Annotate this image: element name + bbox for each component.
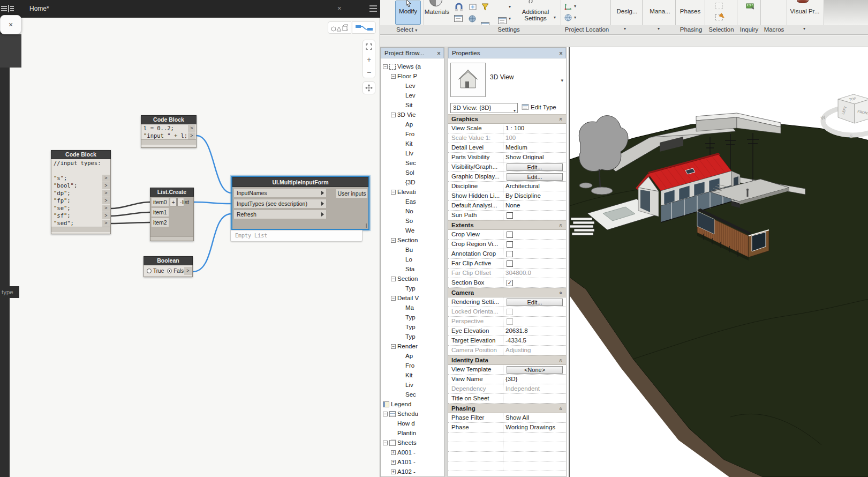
property-row[interactable]: Section Box✓	[448, 278, 566, 288]
node-resize-strip[interactable]	[141, 139, 196, 145]
edit-selection-icon[interactable]	[715, 14, 723, 20]
code-block-body[interactable]: l = 0..2;>"input " + l;>	[141, 124, 197, 148]
output-port[interactable]: >	[102, 205, 110, 212]
tree-item[interactable]: {3D	[381, 177, 444, 187]
property-value[interactable]: Edit...	[503, 172, 566, 181]
radio-true-label[interactable]: True	[153, 268, 164, 274]
tree-item[interactable]: Plantin	[381, 428, 444, 438]
phases-button[interactable]: Phases	[676, 8, 704, 14]
property-row[interactable]: Camera PositionAdjusting	[448, 346, 566, 355]
tree-expand-toggle[interactable]: −	[383, 412, 388, 416]
port-bool-output[interactable]: >	[184, 267, 192, 275]
additional-settings-dropdown-icon[interactable]: ▾	[554, 15, 556, 20]
output-port[interactable]: >	[188, 125, 195, 132]
node-title[interactable]: Boolean	[144, 256, 193, 265]
tree-expand-toggle[interactable]: −	[391, 190, 396, 195]
code-line[interactable]: "dp";	[51, 189, 110, 197]
position-globe-icon[interactable]	[564, 13, 573, 22]
select-group-dropdown[interactable]: Select ▾	[396, 26, 417, 33]
manage-project-button[interactable]: Mana...	[645, 8, 675, 14]
tree-item[interactable]: −Sheets	[381, 438, 444, 448]
property-edit-button[interactable]: Edit...	[507, 163, 563, 171]
project-parameters-icon[interactable]	[454, 15, 463, 22]
property-row[interactable]: Annotation Crop	[448, 249, 566, 259]
tree-item[interactable]: Kit	[381, 139, 444, 148]
property-row[interactable]: Eye Elevation20631.8	[448, 326, 566, 336]
tree-expand-toggle[interactable]: −	[391, 296, 396, 301]
property-section-header[interactable]: Graphics«	[448, 114, 566, 124]
tree-item[interactable]: Lev	[381, 91, 444, 100]
tree-item[interactable]: Ap	[381, 120, 444, 129]
property-row[interactable]: Locked Orienta...	[448, 307, 566, 317]
tree-item[interactable]: Bu	[381, 245, 444, 255]
magnet-icon[interactable]	[454, 3, 464, 12]
property-checkbox[interactable]: ✓	[507, 280, 513, 286]
property-row[interactable]: View Name{3D}	[448, 375, 566, 384]
graph-view-toggle[interactable]	[352, 21, 376, 34]
tree-item[interactable]: Kit	[381, 370, 444, 380]
property-edit-button[interactable]: Edit...	[507, 173, 563, 181]
property-row[interactable]: Scale Value 1:100	[448, 133, 566, 143]
property-row[interactable]: DependencyIndependent	[448, 384, 566, 394]
property-value[interactable]	[503, 394, 566, 403]
tree-item[interactable]: Sec	[381, 390, 444, 399]
port-refresh[interactable]: Refresh	[234, 210, 326, 219]
modify-button[interactable]: Modify	[395, 1, 421, 25]
zoom-fit-button[interactable]	[363, 40, 375, 53]
wire-types-to-item0[interactable]	[111, 202, 150, 208]
zoom-in-button[interactable]: +	[363, 53, 375, 66]
tree-expand-toggle[interactable]: −	[391, 344, 396, 349]
code-line[interactable]: "sf";	[51, 212, 110, 219]
library-list-icon[interactable]	[1, 5, 7, 12]
node-title[interactable]: List.Create	[150, 188, 194, 197]
tree-item[interactable]: No	[381, 206, 444, 216]
property-value[interactable]	[503, 249, 566, 258]
code-line[interactable]	[51, 167, 110, 174]
property-value[interactable]: 20631.8	[503, 326, 566, 336]
section-collapse-icon[interactable]: «	[558, 118, 564, 121]
property-row[interactable]: PhaseWorking Drawings	[448, 423, 566, 433]
property-row[interactable]: Visibility/Graph...Edit...	[448, 162, 566, 172]
wire-bool-to-refresh[interactable]	[193, 214, 231, 272]
property-value[interactable]: Working Drawings	[503, 423, 566, 432]
tree-item[interactable]: −3D Vie	[381, 110, 444, 120]
tree-item[interactable]: Typ	[381, 322, 444, 332]
tree-item[interactable]: Ma	[381, 303, 444, 312]
property-checkbox[interactable]	[507, 251, 513, 257]
tree-expand-toggle[interactable]: −	[391, 238, 396, 243]
tree-expand-toggle[interactable]: −	[391, 277, 396, 281]
output-port[interactable]: >	[102, 182, 110, 189]
property-checkbox[interactable]	[507, 232, 513, 238]
property-checkbox[interactable]	[507, 260, 513, 267]
filter-icon[interactable]	[481, 3, 490, 12]
property-value[interactable]	[503, 211, 566, 220]
tree-item[interactable]: Fro	[381, 361, 444, 370]
property-value[interactable]: 304800.0	[503, 269, 566, 278]
property-row[interactable]: Target Elevation-4334.5	[448, 336, 566, 346]
property-value[interactable]: Edit...	[503, 162, 566, 172]
property-value[interactable]: Edit...	[503, 297, 566, 307]
section-collapse-icon[interactable]: «	[558, 292, 564, 295]
library-close-button[interactable]: ×	[0, 15, 21, 34]
dynamo-library-rail[interactable]	[0, 0, 10, 477]
property-checkbox[interactable]	[507, 241, 513, 248]
measure-icon[interactable]	[745, 2, 755, 10]
node-resize-strip[interactable]	[150, 236, 193, 241]
code-line[interactable]: "bool";	[51, 182, 110, 189]
section-collapse-icon[interactable]: «	[558, 359, 564, 362]
tree-item[interactable]: −Detail V	[381, 293, 444, 303]
node-title[interactable]: UI.MultipleInputForm	[232, 177, 368, 187]
section-collapse-icon[interactable]: «	[558, 407, 564, 411]
property-value[interactable]: Medium	[503, 143, 566, 152]
property-value[interactable]: {3D}	[503, 375, 566, 384]
tree-expand-toggle[interactable]: −	[391, 113, 396, 117]
tree-expand-toggle[interactable]: +	[391, 460, 396, 465]
tree-expand-toggle[interactable]: −	[383, 441, 388, 445]
additional-settings-button[interactable]: Additional	[518, 9, 553, 15]
wire-list-to-inputtypes[interactable]	[194, 202, 231, 204]
property-row[interactable]: Perspective	[448, 317, 566, 326]
property-checkbox[interactable]	[507, 309, 513, 315]
property-value[interactable]: <None>	[503, 365, 566, 374]
type-selector-combobox[interactable]: 3D View: {3D} ▾	[450, 103, 518, 113]
property-row[interactable]: Rendering Setti...Edit...	[448, 297, 566, 307]
